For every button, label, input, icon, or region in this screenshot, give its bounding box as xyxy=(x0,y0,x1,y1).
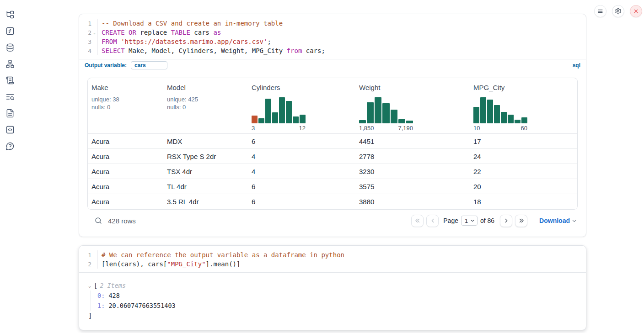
next-page-button[interactable] xyxy=(500,215,512,227)
line-number: 1 xyxy=(82,252,91,259)
python-code-editor[interactable]: 1# We can reference the output variable … xyxy=(79,246,586,272)
column-label: MPG_City xyxy=(473,84,577,91)
code-content: CREATE OR replace TABLE cars as xyxy=(97,28,586,37)
table-cell: RSX Type S 2dr xyxy=(163,153,248,160)
last-page-button[interactable] xyxy=(515,215,527,227)
item-value: 20.060747663551403 xyxy=(105,302,175,309)
column-label: Make xyxy=(91,84,163,91)
table-cell: TL 4dr xyxy=(163,183,248,190)
histogram-bar xyxy=(286,101,292,123)
table-cell: 3880 xyxy=(355,198,470,206)
line-number: 2 xyxy=(82,29,91,36)
variables-icon[interactable] xyxy=(5,26,15,36)
table-row[interactable]: AcuraTSX 4dr4323022 xyxy=(88,164,577,179)
first-page-button[interactable] xyxy=(411,215,424,227)
search-icon[interactable] xyxy=(94,217,102,225)
histogram-bar xyxy=(293,116,299,123)
histogram-axis: 312 xyxy=(252,125,306,132)
help-icon[interactable] xyxy=(5,142,15,151)
tree-item[interactable]: 0: 428 xyxy=(97,291,577,301)
histogram-bar xyxy=(473,107,479,123)
axis-min-label: 3 xyxy=(252,125,255,132)
download-label: Download xyxy=(539,217,570,224)
table-row[interactable]: Acura3.5 RL 4dr6388018 xyxy=(88,194,577,209)
histogram-bar xyxy=(508,115,514,123)
column-header[interactable]: MPG_City1060 xyxy=(470,84,577,132)
code-line[interactable]: 2[len(cars), cars["MPG_City"].mean()] xyxy=(82,259,586,269)
code-line[interactable]: 2⌄CREATE OR replace TABLE cars as xyxy=(82,28,586,37)
table-row[interactable]: AcuraTL 4dr6357520 xyxy=(88,179,577,194)
close-bracket: ] xyxy=(88,311,577,321)
fold-chevron-icon[interactable]: ⌄ xyxy=(91,30,97,35)
axis-max-label: 12 xyxy=(299,125,306,132)
code-content: FROM 'https://datasets.marimo.app/cars.c… xyxy=(97,37,586,46)
table-cell: 3575 xyxy=(355,183,470,190)
tree-items: 0: 4281: 20.060747663551403 xyxy=(91,291,577,311)
python-cell-output: ⌄[2 Items0: 4281: 20.060747663551403] xyxy=(79,272,586,330)
item-key: 1: xyxy=(97,302,105,309)
code-line[interactable]: 3FROM 'https://datasets.marimo.app/cars.… xyxy=(82,37,586,46)
dependency-graph-icon[interactable] xyxy=(5,59,15,69)
snippets-icon[interactable] xyxy=(5,125,15,134)
left-sidebar xyxy=(0,0,20,333)
table-cell: 6 xyxy=(248,137,355,145)
line-number: 3 xyxy=(82,38,91,45)
sql-code-editor[interactable]: 1-- Download a CSV and create an in-memo… xyxy=(79,14,586,59)
table-cell: 17 xyxy=(470,137,577,145)
datasources-icon[interactable] xyxy=(5,43,15,52)
file-explorer-icon[interactable] xyxy=(5,10,15,19)
table-row[interactable]: AcuraMDX6445117 xyxy=(88,134,577,149)
line-number: 4 xyxy=(82,48,91,54)
item-value: 428 xyxy=(105,292,120,299)
histogram-bar xyxy=(279,97,285,123)
histogram-bar xyxy=(367,102,374,123)
output-variable-bar: Output variable: sql xyxy=(79,59,586,71)
axis-max-label: 7,190 xyxy=(398,125,413,132)
code-content: -- Download a CSV and create an in-memor… xyxy=(97,19,586,28)
documentation-icon[interactable] xyxy=(5,109,15,118)
histogram-bar xyxy=(494,105,500,123)
sql-cell-output: Makeunique: 38nulls: 0Modelunique: 425nu… xyxy=(79,71,586,237)
column-header[interactable]: Weight1,8507,190 xyxy=(355,84,470,132)
column-label: Cylinders xyxy=(252,84,355,91)
prev-page-button[interactable] xyxy=(426,215,439,227)
histogram-bar xyxy=(382,103,389,123)
code-content: # We can reference the output variable a… xyxy=(97,250,586,259)
histogram-bar xyxy=(515,120,521,123)
table-cell: 2778 xyxy=(355,153,470,160)
histogram-bar xyxy=(375,97,381,123)
table-cell: 3.5 RL 4dr xyxy=(163,198,248,206)
tree-item[interactable]: 1: 20.060747663551403 xyxy=(97,301,577,311)
table-cell: 24 xyxy=(470,153,577,160)
logs-icon[interactable] xyxy=(5,92,15,101)
code-content: [len(cars), cars["MPG_City"].mean()] xyxy=(97,259,586,269)
output-variable-input[interactable] xyxy=(131,61,167,69)
table-cell: 4451 xyxy=(355,137,470,145)
table-cell: Acura xyxy=(88,198,163,206)
shutdown-button[interactable] xyxy=(630,5,642,17)
scratchpad-icon[interactable] xyxy=(5,76,15,85)
code-line[interactable]: 1-- Download a CSV and create an in-memo… xyxy=(82,19,586,28)
collapse-chevron-icon[interactable]: ⌄ xyxy=(88,283,94,288)
table-cell: 6 xyxy=(248,183,355,190)
output-variable-label: Output variable: xyxy=(85,62,127,69)
table-cell: 20 xyxy=(470,183,577,190)
code-line[interactable]: 1# We can reference the output variable … xyxy=(82,250,586,259)
page-select[interactable]: 1 xyxy=(461,216,478,226)
table-cell: TSX 4dr xyxy=(163,168,248,175)
download-button[interactable]: Download xyxy=(539,217,577,224)
histogram-bar xyxy=(398,119,405,123)
settings-button[interactable] xyxy=(612,5,624,17)
histogram-bar xyxy=(406,121,413,123)
table-cell: Acura xyxy=(88,137,163,145)
histogram-bar xyxy=(480,97,486,123)
axis-min-label: 1,850 xyxy=(359,125,374,132)
column-header[interactable]: Cylinders312 xyxy=(248,84,355,132)
language-badge: sql xyxy=(573,62,580,69)
table-row[interactable]: AcuraRSX Type S 2dr4277824 xyxy=(88,149,577,164)
menu-button[interactable] xyxy=(594,5,606,17)
code-line[interactable]: 4SELECT Make, Model, Cylinders, Weight, … xyxy=(82,46,586,55)
column-header[interactable]: Modelunique: 425nulls: 0 xyxy=(163,84,248,132)
column-header[interactable]: Makeunique: 38nulls: 0 xyxy=(88,84,163,132)
open-bracket: [ xyxy=(94,282,97,289)
